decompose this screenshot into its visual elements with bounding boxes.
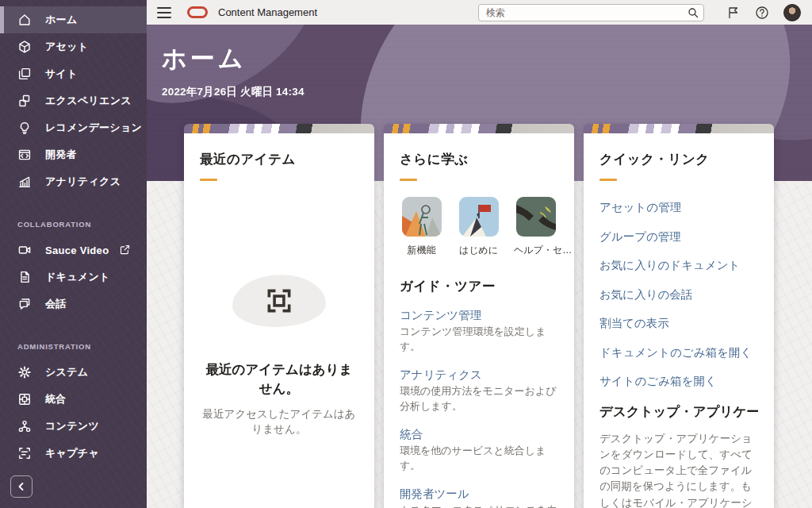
video-camera-icon [17,243,32,257]
sidebar-item-label: キャプチャ [45,446,99,460]
developer-code-icon [17,148,32,162]
thumbnail-help-center[interactable]: ヘルプ・セ… [514,197,558,257]
sidebar-item-integration[interactable]: 統合 [0,386,147,413]
sidebar-item-sites[interactable]: サイト [0,60,147,87]
sidebar-item-label: 開発者 [45,148,77,162]
tour-description: カスタマ・エクスペリエンスを向上させます。 [400,503,558,508]
thumbnail-label: ヘルプ・セ… [514,244,558,257]
quick-links-title: クイック・リンク [599,151,758,168]
sidebar-item-experiences[interactable]: エクスペリエンス [0,87,147,114]
integration-icon [17,392,32,406]
sidebar-section-collaboration: COLLABORATION [0,216,147,232]
recent-items-empty-state: 最近のアイテムはありません。 最近アクセスしたアイテムはありません。 [200,275,358,437]
tour-description: 環境の使用方法をモニターおよび分析します。 [400,384,558,414]
app-title: Content Management [218,6,317,18]
experience-blocks-icon [17,94,32,108]
sidebar-item-label: コンテンツ [45,419,99,433]
accent-underline [599,179,617,181]
sidebar-item-label: エクスペリエンス [45,94,132,108]
sidebar-item-label: Sauce Video [45,244,109,256]
capture-frame-icon [264,286,294,316]
sidebar-item-analytics[interactable]: アナリティクス [0,168,147,195]
new-features-thumbnail [402,197,442,237]
tour-link-analytics[interactable]: アナリティクス [400,368,482,381]
quick-link-manage-groups[interactable]: グループの管理 [599,229,758,244]
sidebar-item-label: アナリティクス [45,175,121,189]
sidebar-item-label: アセット [45,40,88,54]
sidebar-item-assets[interactable]: アセット [0,33,147,60]
accent-underline [400,179,417,181]
sidebar-item-label: 会話 [45,297,67,311]
quick-link-manage-assets[interactable]: アセットの管理 [599,200,758,215]
quick-link-view-assignments[interactable]: 割当ての表示 [599,316,758,331]
search-box [478,4,704,21]
help-icon[interactable] [755,6,769,20]
thumbnail-new-features[interactable]: 新機能 [400,197,443,257]
user-avatar[interactable] [783,4,801,21]
analytics-chart-icon [17,175,32,189]
tour-item: 開発者ツール カスタマ・エクスペリエンスを向上させます。 [400,486,558,508]
sidebar-item-content[interactable]: コンテンツ [0,413,147,440]
page-date: 2022年7月26日 火曜日 14:34 [162,85,304,99]
hamburger-menu-icon[interactable] [157,7,171,18]
sidebar-item-system[interactable]: システム [0,359,147,386]
oracle-content-management-app: ホーム アセット サイト エクスペリエンス レコメンデーション [0,0,812,508]
thumbnail-getting-started[interactable]: はじめに [457,197,500,257]
home-icon [17,13,32,27]
tour-link-developer-tools[interactable]: 開発者ツール [400,487,469,500]
gear-icon [17,365,32,379]
sites-icon [17,67,32,81]
recent-items-card: 最近のアイテム 最近のアイテムはありません。 最近アクセスしたアイテムはありませ… [184,124,374,508]
sidebar-item-label: ドキュメント [45,270,110,284]
page-title: ホーム [162,42,304,75]
sidebar-item-sauce-video[interactable]: Sauce Video [0,237,147,264]
desktop-app-title: デスクトップ・アプリケー… [599,403,758,421]
quick-link-favorite-conversations[interactable]: お気に入りの会話 [599,287,758,302]
desktop-app-description: デスクトップ・アプリケーションをダウンロードして、すべてのコンピュータ上で全ファ… [599,431,758,508]
tour-description: コンテンツ管理環境を設定します。 [400,325,558,355]
sidebar-item-capture[interactable]: キャプチャ [0,440,147,467]
sidebar-item-developers[interactable]: 開発者 [0,141,147,168]
search-icon[interactable] [688,7,699,21]
announcements-flag-icon[interactable] [726,6,741,20]
sidebar-item-label: ホーム [45,13,78,27]
lightbulb-icon [17,121,32,135]
empty-state-description: 最近アクセスしたアイテムはありません。 [200,406,358,437]
recent-items-title: 最近のアイテム [200,151,358,168]
search-input[interactable] [478,4,704,21]
empty-state-blob [232,275,326,327]
tour-link-content-management[interactable]: コンテンツ管理 [400,309,481,321]
external-link-icon [119,244,131,259]
quick-link-sites-trash[interactable]: サイトのごみ箱を開く [599,374,758,389]
sidebar: ホーム アセット サイト エクスペリエンス レコメンデーション [0,0,147,508]
getting-started-thumbnail [459,197,499,237]
sidebar-item-home[interactable]: ホーム [0,6,147,33]
card-banner-stripe [384,124,574,133]
thumbnail-label: 新機能 [400,244,443,257]
sidebar-item-conversations[interactable]: 会話 [0,291,147,318]
top-bar: Content Management [147,0,812,25]
help-center-thumbnail [516,197,556,237]
sidebar-collapse-button[interactable] [10,475,33,498]
quick-link-favorite-documents[interactable]: お気に入りのドキュメント [599,258,758,273]
sidebar-item-documents[interactable]: ドキュメント [0,264,147,291]
sidebar-section-administration: ADMINISTRATION [0,338,147,354]
capture-frame-icon [17,446,32,460]
tour-item: アナリティクス 環境の使用方法をモニターおよび分析します。 [400,367,558,414]
main-content: ホーム 2022年7月26日 火曜日 14:34 最近のアイテム 最近のアイテム… [147,25,812,508]
tour-item: コンテンツ管理 コンテンツ管理環境を設定します。 [400,307,558,355]
oracle-logo [187,6,208,18]
card-banner-stripe [184,124,374,133]
sidebar-item-label: システム [45,365,88,379]
tour-description: 環境を他のサービスと統合します。 [400,444,558,474]
quick-link-documents-trash[interactable]: ドキュメントのごみ箱を開く [599,345,758,360]
tour-link-integration[interactable]: 統合 [400,428,423,441]
accent-underline [200,179,217,181]
sidebar-item-recommendations[interactable]: レコメンデーション [0,114,147,141]
conversation-icon [17,297,32,311]
sidebar-item-label: サイト [45,67,78,81]
thumbnail-label: はじめに [457,244,500,257]
content-nodes-icon [17,419,32,433]
quick-links-card: クイック・リンク アセットの管理 グループの管理 お気に入りのドキュメント お気… [584,124,774,508]
empty-state-title: 最近のアイテムはありません。 [200,360,358,398]
